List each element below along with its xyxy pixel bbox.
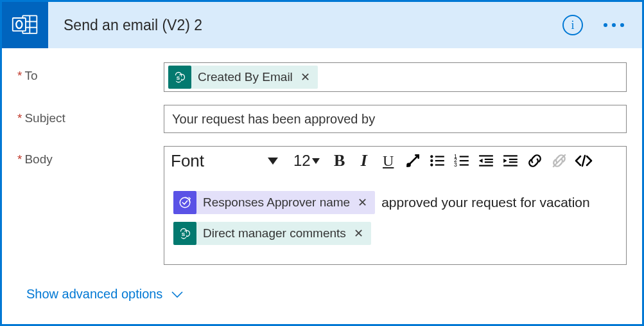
dynamic-token-created-by-email[interactable]: S Created By Email ✕ — [168, 66, 318, 89]
svg-point-13 — [430, 155, 433, 158]
rich-text-toolbar: Font 12 B I U — [164, 147, 626, 177]
info-icon[interactable]: i — [562, 15, 583, 35]
sharepoint-icon: S — [173, 222, 196, 245]
approvals-icon — [173, 191, 196, 214]
caret-down-icon — [268, 158, 278, 165]
more-options-menu[interactable] — [601, 17, 627, 33]
field-row-to: *To S Created By Email ✕ — [17, 62, 627, 92]
body-content-area[interactable]: Responses Approver name ✕ approved your … — [164, 177, 626, 264]
token-remove-icon[interactable]: ✕ — [356, 188, 369, 217]
token-remove-icon[interactable]: ✕ — [352, 219, 365, 248]
subject-input[interactable] — [164, 105, 627, 133]
unlink-button — [547, 149, 571, 172]
token-label: Created By Email — [198, 70, 293, 84]
body-text: approved your request for vacation — [381, 188, 590, 217]
token-label: Direct manager comments — [203, 219, 346, 248]
outlook-icon — [2, 2, 48, 48]
svg-point-15 — [430, 159, 433, 162]
caret-down-icon — [312, 158, 320, 164]
numbered-list-button[interactable]: 123 — [449, 149, 474, 172]
font-family-select[interactable]: Font — [171, 151, 283, 171]
card-header: Send an email (V2) 2 i — [2, 2, 642, 48]
card-footer: Show advanced options — [17, 278, 627, 302]
code-view-button[interactable] — [571, 149, 596, 172]
svg-point-17 — [430, 163, 433, 166]
indent-button[interactable] — [498, 149, 523, 172]
font-size-select[interactable]: 12 — [293, 152, 320, 170]
sharepoint-icon: S — [168, 66, 191, 89]
svg-text:3: 3 — [454, 161, 457, 168]
field-row-body: *Body Font 12 B I U — [17, 146, 627, 265]
link-button[interactable] — [523, 149, 547, 172]
outdent-button[interactable] — [474, 149, 498, 172]
body-line: Responses Approver name ✕ approved your … — [173, 188, 617, 217]
body-editor: Font 12 B I U — [164, 146, 627, 265]
chevron-down-icon — [171, 291, 183, 298]
dynamic-token-responses-approver-name[interactable]: Responses Approver name ✕ — [173, 191, 375, 214]
underline-button[interactable]: U — [376, 149, 401, 172]
to-input[interactable]: S Created By Email ✕ — [164, 62, 627, 92]
field-label-body: *Body — [17, 146, 164, 167]
italic-button[interactable]: I — [352, 149, 376, 172]
svg-point-12 — [406, 163, 411, 167]
field-label-to: *To — [17, 62, 164, 83]
action-card: Send an email (V2) 2 i *To S Created By … — [0, 0, 644, 326]
field-row-subject: *Subject — [17, 105, 627, 133]
token-label: Responses Approver name — [203, 188, 350, 217]
svg-text:S: S — [182, 231, 186, 237]
field-label-subject: *Subject — [17, 105, 164, 125]
body-line: S Direct manager comments ✕ — [173, 222, 617, 245]
svg-text:S: S — [177, 75, 180, 81]
show-advanced-options-link[interactable]: Show advanced options — [26, 287, 183, 302]
card-body: *To S Created By Email ✕ *Subject — [2, 48, 642, 324]
svg-line-34 — [582, 156, 585, 166]
bold-button[interactable]: B — [327, 149, 352, 172]
token-remove-icon[interactable]: ✕ — [299, 70, 311, 84]
dynamic-token-direct-manager-comments[interactable]: S Direct manager comments ✕ — [173, 222, 371, 245]
card-title: Send an email (V2) 2 — [48, 17, 562, 34]
font-color-button[interactable] — [401, 149, 425, 172]
bullet-list-button[interactable] — [425, 149, 449, 172]
